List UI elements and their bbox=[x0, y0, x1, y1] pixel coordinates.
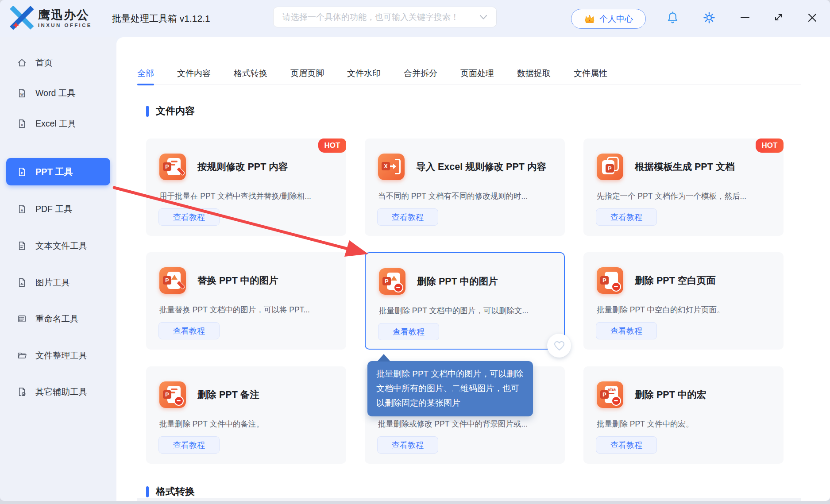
rename-list-icon bbox=[17, 314, 27, 324]
tab-page-process[interactable]: 页面处理 bbox=[460, 62, 494, 85]
sidebar-item-rename-tools[interactable]: 重命名工具 bbox=[6, 308, 110, 329]
logo-en: INXUN OFFICE bbox=[38, 23, 92, 28]
tab-file-props[interactable]: 文件属性 bbox=[574, 62, 607, 85]
view-tutorial-button[interactable]: 查看教程 bbox=[158, 208, 220, 226]
tool-title: 删除 PPT 备注 bbox=[197, 381, 340, 408]
user-center-label: 个人中心 bbox=[599, 13, 633, 25]
tool-card-delete-ppt-macros[interactable]: Pvba 删除 PPT 中的宏 批量删除 PPT 文件中的宏。 查看教程 bbox=[583, 366, 784, 464]
view-tutorial-button[interactable]: 查看教程 bbox=[378, 323, 439, 340]
view-tutorial-button[interactable]: 查看教程 bbox=[596, 436, 657, 454]
tool-description: 批量删除或修改 PPT 文件中的背景图片或... bbox=[378, 419, 560, 429]
tab-merge-split[interactable]: 合并拆分 bbox=[404, 62, 437, 85]
pdf-file-icon: A bbox=[17, 204, 27, 214]
sidebar-item-other-helper-tools[interactable]: 其它辅助工具 bbox=[6, 381, 110, 402]
tab-header-footer[interactable]: 页眉页脚 bbox=[290, 62, 324, 85]
section-accent-bar bbox=[146, 486, 149, 497]
view-tutorial-button[interactable]: 查看教程 bbox=[377, 436, 438, 454]
ppt-edit-icon: P bbox=[159, 154, 186, 180]
sidebar-item-label: PPT 工具 bbox=[35, 166, 73, 178]
tool-tooltip: 批量删除 PPT 文档中的图片，可以删除文档中所有的图片、二维码图片，也可以删除… bbox=[367, 361, 533, 416]
tool-title: 根据模板生成 PPT 文档 bbox=[635, 154, 777, 180]
user-center-button[interactable]: 个人中心 bbox=[571, 9, 646, 29]
sidebar-item-ppt-tools[interactable]: P PPT 工具 bbox=[6, 158, 110, 185]
sidebar-item-label: 重命名工具 bbox=[35, 313, 79, 325]
tool-title: 替换 PPT 中的图片 bbox=[197, 267, 340, 294]
tool-description: 先指定一个 PPT 文档作为一个模板，然后... bbox=[597, 191, 779, 201]
logo-text: 鹰迅办公 INXUN OFFICE bbox=[38, 8, 92, 28]
heart-outline-icon bbox=[553, 340, 565, 351]
excel-file-icon: X bbox=[17, 119, 27, 129]
view-tutorial-button[interactable]: 查看教程 bbox=[158, 436, 220, 454]
chevron-down-icon bbox=[479, 15, 487, 20]
favorite-button[interactable] bbox=[547, 334, 571, 358]
sidebar-item-label: 图片工具 bbox=[35, 277, 70, 289]
sidebar-item-text-file-tools[interactable]: 文本文件工具 bbox=[6, 235, 110, 256]
resize-window-button[interactable] bbox=[770, 10, 786, 26]
sidebar-item-label: 首页 bbox=[35, 57, 53, 69]
tab-format-convert[interactable]: 格式转换 bbox=[234, 62, 267, 85]
ppt-template-icon: P bbox=[597, 154, 623, 180]
sidebar-item-home[interactable]: 首页 bbox=[6, 52, 110, 73]
ppt-image-edit-icon: P bbox=[159, 267, 186, 294]
search-select[interactable]: 请选择一个具体的功能，也可输入关键字搜索！ bbox=[273, 7, 497, 27]
section-title: 格式转换 bbox=[156, 485, 195, 498]
ppt-vba-delete-icon: Pvba bbox=[597, 381, 623, 408]
tool-card-delete-blank-pages[interactable]: P 删除 PPT 空白页面 批量删除 PPT 中空白的幻灯片页面。 查看教程 bbox=[583, 252, 784, 350]
tool-card-generate-from-template[interactable]: HOT P 根据模板生成 PPT 文档 先指定一个 PPT 文档作为一个模板，然… bbox=[583, 139, 784, 236]
close-button[interactable] bbox=[804, 10, 820, 26]
ppt-delete-icon: P bbox=[597, 267, 623, 294]
bell-icon bbox=[667, 12, 679, 24]
section-accent-bar bbox=[146, 106, 149, 117]
text-file-icon bbox=[17, 241, 27, 251]
ppt-file-icon: P bbox=[17, 167, 27, 177]
sidebar-item-label: PDF 工具 bbox=[35, 203, 72, 215]
search-placeholder: 请选择一个具体的功能，也可输入关键字搜索！ bbox=[282, 12, 479, 23]
logo-cn: 鹰迅办公 bbox=[38, 8, 92, 22]
tool-card-modify-ppt-by-rule[interactable]: HOT P 按规则修改 PPT 内容 用于批量在 PPT 文档中查找并替换/删除… bbox=[146, 139, 346, 236]
tool-card-delete-ppt-images[interactable]: P 删除 PPT 中的图片 批量删除 PPT 文档中的图片，可以删除文... 查… bbox=[365, 252, 565, 350]
hot-badge: HOT bbox=[318, 139, 346, 153]
notification-bell-button[interactable] bbox=[664, 10, 680, 26]
tool-title: 删除 PPT 中的宏 bbox=[635, 381, 777, 408]
view-tutorial-button[interactable]: 查看教程 bbox=[377, 208, 438, 226]
tab-watermark[interactable]: 文件水印 bbox=[347, 62, 381, 85]
svg-text:W: W bbox=[20, 92, 24, 96]
tool-title: 按规则修改 PPT 内容 bbox=[197, 154, 340, 180]
tool-description: 批量替换 PPT 文档中的图片，可以将 PPT... bbox=[159, 304, 342, 315]
settings-button[interactable] bbox=[701, 10, 717, 26]
sidebar-item-image-tools[interactable]: 图片工具 bbox=[6, 272, 110, 293]
tool-title: 删除 PPT 中的图片 bbox=[417, 268, 558, 295]
svg-text:X: X bbox=[21, 123, 23, 127]
folder-icon bbox=[17, 350, 27, 361]
gear-icon bbox=[703, 12, 715, 24]
tool-card-replace-ppt-images[interactable]: P 替换 PPT 中的图片 批量替换 PPT 文档中的图片，可以将 PPT...… bbox=[146, 252, 346, 350]
sidebar-item-pdf-tools[interactable]: A PDF 工具 bbox=[6, 198, 110, 219]
svg-text:A: A bbox=[21, 208, 23, 212]
tool-description: 当不同的 PPT 文档有不同的修改规则的时... bbox=[378, 191, 560, 201]
minimize-button[interactable] bbox=[737, 10, 753, 26]
category-tabs: 全部 文件内容 格式转换 页眉页脚 文件水印 合并拆分 页面处理 数据提取 文件… bbox=[137, 62, 801, 85]
excel-import-icon: X bbox=[378, 154, 405, 180]
ppt-note-delete-icon: P bbox=[159, 381, 186, 408]
tool-card-import-excel-rules[interactable]: X 导入 Excel 规则修改 PPT 内容 当不同的 PPT 文档有不同的修改… bbox=[365, 139, 565, 236]
home-icon bbox=[17, 58, 27, 68]
close-icon bbox=[807, 13, 817, 23]
tool-card-delete-ppt-notes[interactable]: P 删除 PPT 备注 批量删除 PPT 文件中的备注。 查看教程 bbox=[146, 366, 346, 464]
sidebar-item-excel-tools[interactable]: X Excel 工具 bbox=[6, 113, 110, 134]
logo-x-icon bbox=[10, 6, 34, 30]
tab-file-content[interactable]: 文件内容 bbox=[177, 62, 211, 85]
tab-data-extract[interactable]: 数据提取 bbox=[517, 62, 551, 85]
section-header-format-convert: 格式转换 bbox=[146, 485, 195, 498]
sidebar-item-label: Excel 工具 bbox=[35, 118, 76, 130]
ppt-image-delete-icon: P bbox=[379, 268, 405, 295]
sidebar-item-file-organize-tools[interactable]: 文件整理工具 bbox=[6, 345, 110, 366]
tool-description: 批量删除 PPT 文件中的备注。 bbox=[159, 419, 342, 429]
view-tutorial-button[interactable]: 查看教程 bbox=[158, 322, 220, 339]
sidebar-item-label: 文本文件工具 bbox=[35, 240, 87, 252]
view-tutorial-button[interactable]: 查看教程 bbox=[596, 208, 657, 226]
tab-all[interactable]: 全部 bbox=[137, 62, 154, 85]
view-tutorial-button[interactable]: 查看教程 bbox=[596, 322, 657, 339]
tool-description: 用于批量在 PPT 文档中查找并替换/删除相... bbox=[159, 191, 342, 201]
image-file-icon bbox=[17, 277, 27, 288]
sidebar-item-word-tools[interactable]: W Word 工具 bbox=[6, 82, 110, 104]
